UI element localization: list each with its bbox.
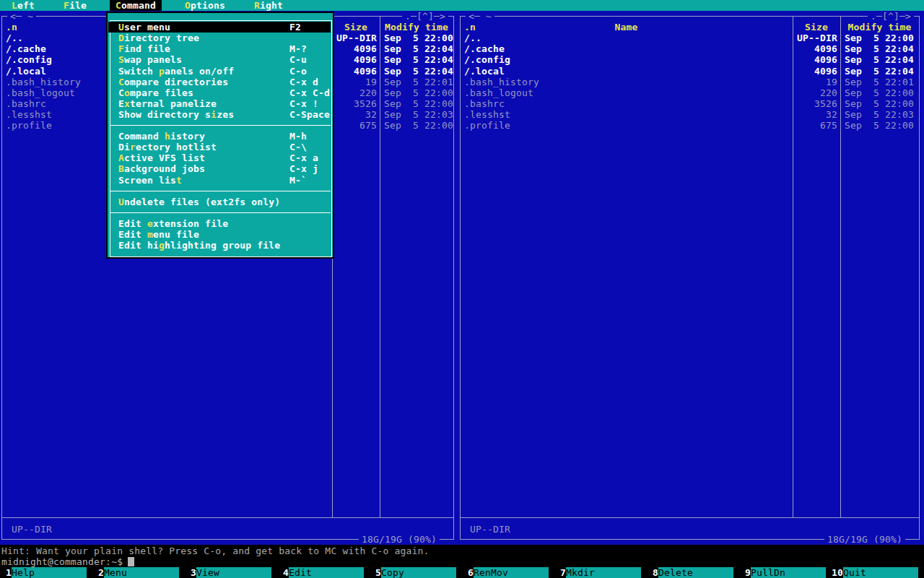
hotkey-letter: g	[159, 240, 165, 251]
file-row-mtime: Sep 5 22:03	[845, 109, 914, 120]
hotkey-letter: F	[118, 43, 124, 54]
fkey-8-delete[interactable]: 8Delete	[647, 567, 733, 578]
file-row-size: 19	[794, 77, 837, 87]
file-row-mtime: Sep 5 22:01	[384, 77, 453, 87]
file-row-size: 4096	[334, 43, 377, 54]
menubar-item-left[interactable]: Left	[12, 0, 35, 11]
file-row-name[interactable]: .bash_logout	[464, 87, 533, 98]
file-row-name[interactable]: /.cache	[464, 43, 505, 54]
menu-item-show-directory-sizes[interactable]: Show directory sizesC-Space	[108, 109, 331, 120]
menu-bar: LeftFileCommandOptionsRight	[0, 0, 924, 11]
menu-item-label: Edit extension file	[118, 218, 228, 229]
file-row-mtime: Sep 5 22:04	[845, 66, 914, 77]
menu-item-edit-menu-file[interactable]: Edit menu file	[108, 229, 331, 240]
column-header-size[interactable]: Size	[793, 22, 840, 33]
file-row-name[interactable]: /.cache	[6, 43, 46, 54]
file-row-name[interactable]: .bashrc	[6, 98, 46, 109]
file-row-name[interactable]: /..	[6, 33, 23, 43]
fkey-number: 10	[832, 567, 843, 578]
panel-updir-control[interactable]: .─[^]─>	[402, 11, 448, 22]
mini-status: UP--DIR	[470, 524, 510, 535]
file-row-size: 4096	[794, 43, 837, 54]
fkey-5-copy[interactable]: 5Copy	[370, 567, 456, 578]
menu-item-directory-tree[interactable]: Directory tree	[108, 33, 331, 43]
menu-item-undelete-files-ext2fs-only[interactable]: Undelete files (ext2fs only)	[108, 197, 331, 207]
menu-item-external-panelize[interactable]: External panelizeC-x !	[108, 98, 331, 109]
fkey-6-renmov[interactable]: 6RenMov	[462, 567, 549, 578]
shell-prompt[interactable]: midnight@commander:~$	[1, 556, 128, 567]
hotkey-letter: e	[147, 218, 153, 229]
menu-item-switch-panels-on-off[interactable]: Switch panels on/offC-o	[108, 66, 331, 77]
column-header-size[interactable]: Size	[332, 22, 380, 33]
hotkey-letter: i	[211, 109, 217, 120]
menu-separator	[110, 191, 331, 191]
file-row-name[interactable]: /.local	[464, 66, 505, 77]
menu-item-screen-list[interactable]: Screen listM-`	[108, 175, 331, 186]
column-header-mtime[interactable]: Modify time	[840, 22, 919, 33]
hotkey-letter: U	[118, 197, 124, 207]
menu-item-active-vfs-list[interactable]: Active VFS listC-x a	[108, 152, 331, 163]
menu-item-compare-files[interactable]: Compare filesC-x C-d	[108, 87, 331, 98]
file-row-name[interactable]: .bash_history	[6, 77, 81, 87]
disk-usage: 18G/19G (90%)	[824, 534, 905, 545]
fkey-7-mkdir[interactable]: 7Mkdir	[554, 567, 641, 578]
menu-item-swap-panels[interactable]: Swap panelsC-u	[108, 54, 331, 65]
menu-item-label: Active VFS list	[118, 152, 205, 163]
fkey-label: Copy	[381, 567, 456, 578]
file-row-name[interactable]: /..	[464, 33, 481, 43]
fkey-label: Mkdir	[566, 567, 641, 578]
menu-item-background-jobs[interactable]: Background jobsC-x j	[108, 163, 331, 174]
menu-separator	[110, 212, 331, 213]
file-row-name[interactable]: .bashrc	[464, 98, 505, 109]
file-row-mtime: Sep 5 22:00	[845, 120, 914, 131]
menu-item-shortcut: M-?	[289, 43, 307, 54]
menubar-item-options[interactable]: Options	[185, 0, 225, 11]
hotkey-letter: o	[124, 87, 130, 98]
text-cursor	[128, 557, 134, 566]
file-row-size: 32	[794, 109, 837, 120]
menu-item-user-menu[interactable]: User menuF2	[108, 22, 331, 33]
file-row-name[interactable]: .bash_history	[464, 77, 539, 87]
fkey-3-view[interactable]: 3View	[185, 567, 271, 578]
file-row-name[interactable]: .profile	[6, 120, 52, 131]
hotkey-letter: C	[118, 77, 124, 87]
fkey-number: 9	[739, 567, 751, 578]
panel-border-left	[1, 16, 2, 540]
panel-updir-control[interactable]: .─[^]─>	[868, 11, 914, 22]
column-header-mtime[interactable]: Modify time	[380, 22, 453, 33]
column-header-name[interactable]: Name	[460, 22, 793, 33]
menu-item-directory-hotlist[interactable]: Directory hotlistC-\	[108, 142, 331, 152]
menu-item-compare-directories[interactable]: Compare directoriesC-x d	[108, 77, 331, 87]
file-row-mtime: Sep 5 22:00	[845, 98, 914, 109]
menubar-item-right[interactable]: Right	[254, 0, 283, 11]
file-row-mtime: Sep 5 22:04	[845, 43, 914, 54]
menu-item-shortcut: C-x !	[289, 98, 318, 109]
hotkey-letter: r	[130, 142, 136, 152]
menu-item-command-history[interactable]: Command historyM-h	[108, 131, 331, 142]
fkey-4-edit[interactable]: 4Edit	[277, 567, 364, 578]
panel-path[interactable]: <─ ~	[7, 11, 36, 22]
file-row-name[interactable]: .profile	[464, 120, 510, 131]
menu-item-find-file[interactable]: Find fileM-?	[108, 43, 331, 54]
file-row-name[interactable]: /.config	[464, 54, 510, 65]
fkey-number: 8	[647, 567, 658, 578]
file-row-size: UP--DIR	[334, 33, 377, 43]
right-panel: <─ ~.─[^]─>18G/19G (90%).nNameSizeModify…	[460, 11, 920, 545]
fkey-1-help[interactable]: 1Help	[0, 567, 87, 578]
file-row-name[interactable]: /.config	[6, 54, 52, 65]
menubar-item-command[interactable]: Command	[110, 0, 162, 11]
fkey-2-menu[interactable]: 2Menu	[92, 567, 179, 578]
file-row-name[interactable]: .lesshst	[6, 109, 52, 120]
fkey-10-quit[interactable]: 10Quit	[832, 567, 918, 578]
file-row-name[interactable]: /.local	[6, 66, 46, 77]
menu-item-edit-highlighting-group-file[interactable]: Edit highlighting group file	[108, 240, 331, 251]
panel-path[interactable]: <─ ~	[466, 11, 494, 22]
fkey-9-pulldn[interactable]: 9PullDn	[739, 567, 826, 578]
menu-item-edit-extension-file[interactable]: Edit extension file	[108, 218, 331, 229]
file-row-size: 3526	[794, 98, 837, 109]
file-row-name[interactable]: .lesshst	[464, 109, 510, 120]
file-row-size: 220	[794, 87, 837, 98]
menubar-item-file[interactable]: File	[64, 0, 87, 11]
file-row-size: 4096	[794, 66, 837, 77]
file-row-name[interactable]: .bash_logout	[6, 87, 75, 98]
